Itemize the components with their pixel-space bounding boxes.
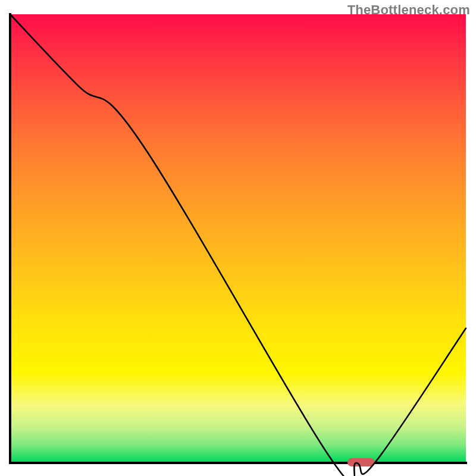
chart-stage: TheBottleneck.com (0, 0, 476, 476)
optimal-marker (347, 458, 375, 466)
plot-gradient-background (10, 14, 466, 463)
